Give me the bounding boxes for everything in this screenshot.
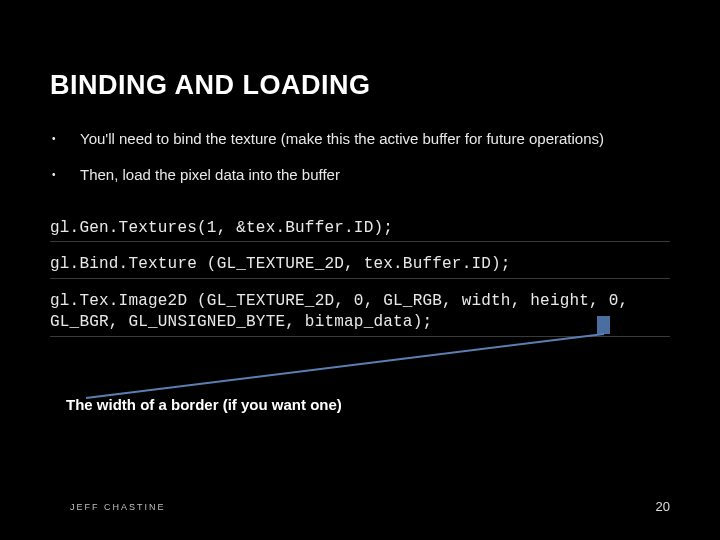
code-line-3: gl.Tex.Image2D (GL_TEXTURE_2D, 0, GL_RGB… [50, 289, 670, 337]
annotation-text: The width of a border (if you want one) [60, 392, 348, 417]
bullet-text: You'll need to bind the texture (make th… [80, 129, 670, 149]
bullet-text: Then, load the pixel data into the buffe… [80, 165, 670, 185]
code-line-1: gl.Gen.Textures(1, &tex.Buffer.ID); [50, 216, 670, 243]
slide-title: BINDING AND LOADING [50, 70, 670, 101]
bullet-dot: • [50, 129, 80, 149]
list-item: • You'll need to bind the texture (make … [50, 129, 670, 149]
bullet-list: • You'll need to bind the texture (make … [50, 129, 670, 186]
list-item: • Then, load the pixel data into the buf… [50, 165, 670, 185]
footer-author: JEFF CHASTINE [70, 502, 166, 512]
code-line-2: gl.Bind.Texture (GL_TEXTURE_2D, tex.Buff… [50, 252, 670, 279]
page-number: 20 [656, 499, 670, 514]
svg-line-1 [86, 334, 604, 398]
bullet-dot: • [50, 165, 80, 185]
